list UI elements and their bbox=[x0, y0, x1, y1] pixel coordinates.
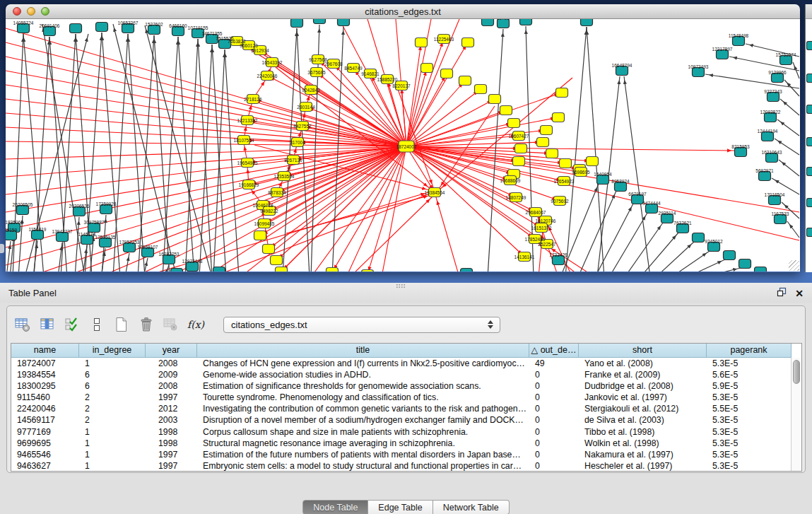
table-row[interactable]: 946362711997Embryonic stem cells: a mode… bbox=[11, 460, 801, 472]
graph-node[interactable] bbox=[482, 19, 494, 26]
graph-node[interactable] bbox=[806, 137, 812, 146]
table-row[interactable]: 911546021997Tourette syndrome. Phenomeno… bbox=[11, 392, 801, 403]
graph-node[interactable] bbox=[537, 138, 549, 147]
split-pane-grip[interactable] bbox=[396, 284, 406, 288]
column-header-in_degree[interactable]: in_degree bbox=[79, 344, 146, 358]
graph-node[interactable] bbox=[213, 267, 225, 272]
graph-node-label: 2967608 bbox=[324, 62, 343, 66]
graph-node[interactable] bbox=[489, 95, 501, 104]
table-row[interactable]: 1872400712008Changes of HCN gene express… bbox=[11, 358, 801, 369]
column-header-year[interactable]: year bbox=[146, 344, 197, 358]
background-network-window[interactable] bbox=[805, 4, 812, 272]
table-row[interactable]: 969969511998Structural magnetic resonanc… bbox=[11, 438, 801, 449]
zoom-window-button[interactable] bbox=[41, 7, 49, 16]
graph-node[interactable] bbox=[520, 19, 532, 25]
graph-node[interactable] bbox=[806, 198, 812, 207]
graph-node[interactable] bbox=[806, 228, 812, 237]
graph-node-label: 12444194 bbox=[758, 129, 778, 134]
graph-node-label: 1167533 bbox=[772, 211, 789, 216]
graph-node[interactable] bbox=[475, 85, 487, 94]
graph-node[interactable] bbox=[587, 157, 599, 166]
column-header-short[interactable]: short bbox=[579, 344, 707, 358]
new-table-button[interactable] bbox=[113, 315, 130, 334]
table-row[interactable]: 2242004622012Investigating the contribut… bbox=[11, 403, 801, 414]
graph-node[interactable] bbox=[755, 267, 767, 272]
graph-node[interactable] bbox=[421, 64, 433, 73]
close-panel-icon[interactable]: ✕ bbox=[795, 288, 804, 298]
table-row[interactable]: 1938455462009Genome-wide association stu… bbox=[11, 369, 801, 380]
window-resize-grip[interactable] bbox=[789, 260, 799, 271]
minimize-window-button[interactable] bbox=[27, 7, 35, 16]
graph-node[interactable] bbox=[416, 38, 428, 47]
delete-table-button-disabled bbox=[163, 315, 180, 334]
graph-node[interactable] bbox=[459, 76, 471, 86]
graph-edge bbox=[165, 265, 169, 271]
table-cell: 2 bbox=[79, 414, 146, 426]
graph-node[interactable] bbox=[326, 268, 339, 272]
graph-node[interactable] bbox=[546, 149, 558, 158]
graph-node[interactable] bbox=[338, 19, 350, 26]
graph-node[interactable] bbox=[806, 105, 812, 114]
graph-node[interactable] bbox=[560, 159, 572, 168]
graph-node[interactable] bbox=[263, 245, 275, 254]
panel-collapse-handle[interactable] bbox=[0, 244, 4, 253]
row-height-button[interactable] bbox=[88, 315, 105, 334]
graph-node[interactable] bbox=[271, 256, 283, 265]
table-row[interactable]: 1456911722003Disruption of a novel membe… bbox=[11, 414, 801, 426]
column-header-title[interactable]: title bbox=[197, 344, 529, 358]
graph-node[interactable] bbox=[254, 231, 266, 240]
column-header-out_de[interactable]: △ out_de… bbox=[529, 344, 579, 358]
table-settings-button[interactable] bbox=[14, 315, 31, 334]
graph-node[interactable] bbox=[553, 113, 565, 122]
graph-node[interactable] bbox=[513, 157, 525, 166]
graph-node[interactable] bbox=[508, 119, 520, 128]
graph-node[interactable] bbox=[441, 69, 453, 78]
graph-node[interactable] bbox=[314, 19, 326, 24]
graph-node-label: 9245012 bbox=[705, 239, 723, 244]
show-columns-button[interactable] bbox=[39, 315, 56, 334]
graph-node[interactable] bbox=[806, 167, 812, 176]
graph-node-label: 17016504 bbox=[765, 192, 785, 197]
table-cell: Stergiakouli et al. (2012) bbox=[579, 403, 707, 414]
graph-node[interactable] bbox=[739, 259, 751, 269]
tab-network-table[interactable]: Network Table bbox=[433, 500, 510, 514]
graph-node[interactable] bbox=[806, 41, 812, 50]
table-vertical-scrollbar[interactable] bbox=[791, 358, 801, 471]
table-row[interactable]: 946554611997Estimation of the future num… bbox=[11, 449, 801, 460]
graph-node[interactable] bbox=[276, 267, 288, 272]
graph-node[interactable] bbox=[541, 126, 553, 135]
network-window-titlebar[interactable]: citations_edges.txt bbox=[6, 4, 800, 19]
table-select-dropdown[interactable]: citations_edges.txt bbox=[223, 317, 500, 333]
graph-node[interactable] bbox=[500, 106, 512, 115]
scrollbar-thumb[interactable] bbox=[793, 360, 800, 384]
graph-node[interactable] bbox=[693, 233, 705, 243]
tab-node-table[interactable]: Node Table bbox=[302, 500, 368, 514]
column-header-pagerank[interactable]: pagerank bbox=[707, 344, 792, 358]
graph-node[interactable] bbox=[515, 144, 527, 153]
graph-node-label: 9075692 bbox=[551, 199, 569, 204]
select-rows-button[interactable] bbox=[64, 315, 81, 334]
table-cell: Nakamura et al. (1997) bbox=[579, 449, 707, 460]
float-panel-icon[interactable] bbox=[777, 287, 787, 300]
graph-node[interactable] bbox=[362, 270, 374, 272]
graph-node[interactable] bbox=[291, 19, 303, 28]
graph-node[interactable] bbox=[806, 74, 812, 83]
graph-node[interactable] bbox=[171, 269, 183, 272]
tab-edge-table[interactable]: Edge Table bbox=[368, 500, 433, 514]
table-cell: 2012 bbox=[146, 403, 197, 414]
table-row[interactable]: 1830029562008Estimation of significance … bbox=[11, 380, 801, 392]
graph-node[interactable] bbox=[724, 251, 736, 260]
function-builder-button[interactable]: f(x) bbox=[187, 315, 204, 334]
graph-node-label: 5692971 bbox=[755, 168, 774, 173]
graph-node[interactable] bbox=[462, 38, 474, 47]
close-window-button[interactable] bbox=[13, 7, 21, 16]
graph-node[interactable] bbox=[556, 88, 568, 98]
graph-node[interactable] bbox=[70, 24, 82, 33]
table-row[interactable]: 977716911998Corpus callosum shape and si… bbox=[11, 426, 801, 438]
column-header-name[interactable]: name bbox=[11, 344, 79, 358]
delete-rows-button[interactable] bbox=[138, 315, 155, 334]
graph-node[interactable] bbox=[581, 19, 593, 26]
graph-node[interactable] bbox=[96, 23, 108, 32]
graph-node[interactable] bbox=[461, 269, 473, 272]
network-canvas[interactable]: 1405572420691406106532671527602646616010… bbox=[6, 19, 800, 271]
